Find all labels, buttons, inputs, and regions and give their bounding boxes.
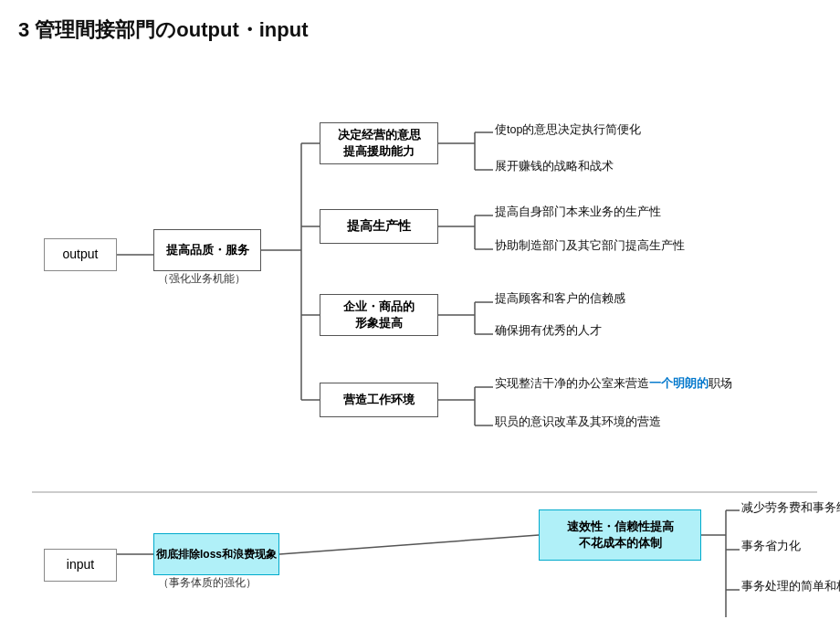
eizoukankyo-box: 营造工作环境 <box>320 383 438 417</box>
section-divider <box>32 491 817 493</box>
seisan-box: 提高生产性 <box>320 209 438 244</box>
sokko-leaf3: 事务处理的简单和标准化以及提高速度 <box>741 579 840 594</box>
keiei-box: 决定经营的意思 提高援助能力 <box>320 122 438 164</box>
sokko-box: 速效性・信赖性提高 不花成本的体制 <box>539 509 701 561</box>
eizoukankyo-leaf1-highlight: 一个明朗的 <box>649 377 709 390</box>
output-box: output <box>44 238 117 271</box>
kigyo-leaf1: 提高顾客和客户的信赖感 <box>495 291 625 307</box>
input-box: input <box>44 549 117 582</box>
seisan-leaf2: 协助制造部门及其它部门提高生产性 <box>495 238 685 254</box>
service-box: 提高品质・服务 <box>153 229 261 271</box>
kigyo-leaf2: 确保拥有优秀的人才 <box>495 323 602 339</box>
sokko-leaf2: 事务省力化 <box>741 539 801 554</box>
svg-line-24 <box>279 535 539 554</box>
eizoukankyo-leaf2: 职员的意识改革及其环境的营造 <box>495 415 661 430</box>
loss-sub-note: （事务体质的强化） <box>158 576 257 590</box>
sokko-leaf1: 减少劳务费和事务经费 <box>741 500 840 516</box>
page: 3 管理間接部門のoutput・input <box>0 0 840 630</box>
service-sub-note: （强化业务机能） <box>158 272 246 286</box>
keiei-leaf2: 展开赚钱的战略和战术 <box>495 159 614 174</box>
diagram-area: output 提高品质・服务 （强化业务机能） 决定经营的意思 提高援助能力 提… <box>18 60 822 617</box>
eizoukankyo-leaf1: 实现整洁干净的办公室来营造一个明朗的职场 <box>495 376 732 392</box>
kigyo-box: 企业・商品的 形象提高 <box>320 294 438 336</box>
page-title: 3 管理間接部門のoutput・input <box>18 16 822 44</box>
keiei-leaf1: 使top的意思决定执行简便化 <box>495 122 641 138</box>
loss-box: 彻底排除loss和浪费现象 <box>153 533 279 575</box>
seisan-leaf1: 提高自身部门本来业务的生产性 <box>495 205 661 220</box>
